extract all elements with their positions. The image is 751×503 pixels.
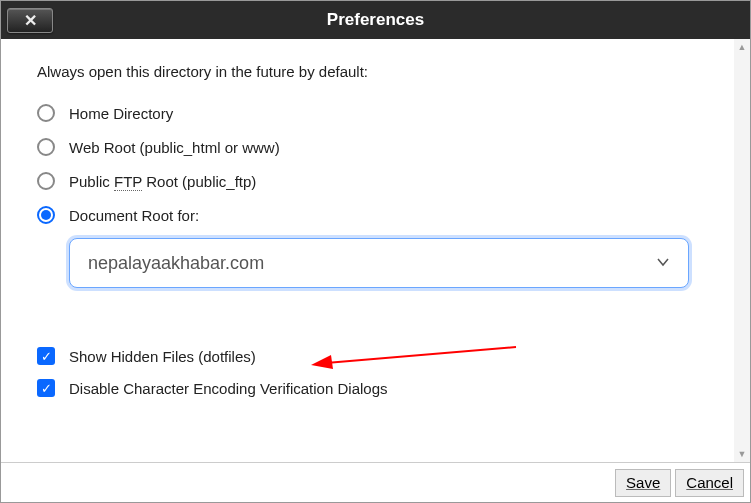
default-dir-radio-group: Home Directory Web Root (public_html or … bbox=[37, 96, 720, 288]
checkbox-disable-encoding-verification[interactable]: ✓ Disable Character Encoding Verificatio… bbox=[37, 372, 720, 404]
checkbox-label: Show Hidden Files (dotfiles) bbox=[69, 348, 256, 365]
checkbox-show-hidden-files[interactable]: ✓ Show Hidden Files (dotfiles) bbox=[37, 340, 720, 372]
checkbox-label: Disable Character Encoding Verification … bbox=[69, 380, 388, 397]
dialog-body: Always open this directory in the future… bbox=[1, 39, 750, 462]
default-dir-label: Always open this directory in the future… bbox=[37, 63, 720, 80]
options-checkbox-group: ✓ Show Hidden Files (dotfiles) ✓ Disable… bbox=[37, 340, 720, 404]
select-value: nepalayaakhabar.com bbox=[88, 253, 264, 274]
preferences-dialog: ✕ Preferences Always open this directory… bbox=[0, 0, 751, 503]
checkbox-icon: ✓ bbox=[37, 379, 55, 397]
titlebar: ✕ Preferences bbox=[1, 1, 750, 39]
close-icon: ✕ bbox=[24, 11, 37, 30]
radio-icon bbox=[37, 138, 55, 156]
radio-web-root[interactable]: Web Root (public_html or www) bbox=[37, 130, 720, 164]
radio-label: Document Root for: bbox=[69, 207, 199, 224]
cancel-button[interactable]: Cancel bbox=[675, 469, 744, 497]
save-button[interactable]: Save bbox=[615, 469, 671, 497]
radio-public-ftp-root[interactable]: Public FTP Root (public_ftp) bbox=[37, 164, 720, 198]
radio-label: Public FTP Root (public_ftp) bbox=[69, 173, 256, 190]
radio-icon bbox=[37, 104, 55, 122]
scroll-down-icon: ▼ bbox=[734, 446, 750, 462]
dialog-title: Preferences bbox=[1, 10, 750, 30]
checkbox-icon: ✓ bbox=[37, 347, 55, 365]
radio-dot-icon bbox=[41, 210, 51, 220]
document-root-select-wrap: nepalayaakhabar.com bbox=[69, 238, 720, 288]
close-button[interactable]: ✕ bbox=[7, 8, 53, 33]
radio-label: Home Directory bbox=[69, 105, 173, 122]
scrollbar[interactable]: ▲ ▼ bbox=[734, 39, 750, 462]
radio-label: Web Root (public_html or www) bbox=[69, 139, 280, 156]
radio-document-root[interactable]: Document Root for: bbox=[37, 198, 720, 232]
radio-icon bbox=[37, 172, 55, 190]
radio-icon bbox=[37, 206, 55, 224]
chevron-down-icon bbox=[656, 255, 670, 272]
scroll-up-icon: ▲ bbox=[734, 39, 750, 55]
document-root-select[interactable]: nepalayaakhabar.com bbox=[69, 238, 689, 288]
dialog-footer: Save Cancel bbox=[1, 462, 750, 502]
radio-home-directory[interactable]: Home Directory bbox=[37, 96, 720, 130]
